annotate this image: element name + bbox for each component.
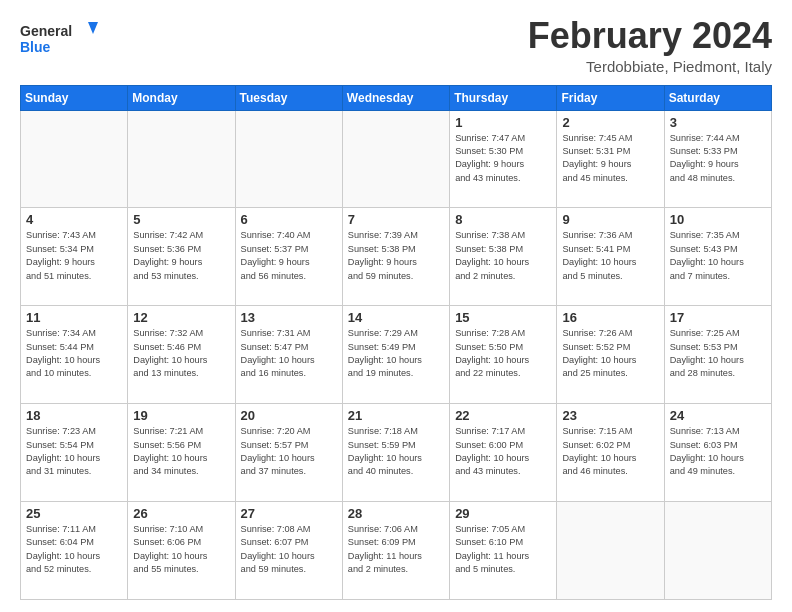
day-number: 24	[670, 408, 766, 423]
calendar-cell: 21Sunrise: 7:18 AM Sunset: 5:59 PM Dayli…	[342, 404, 449, 502]
calendar-cell: 13Sunrise: 7:31 AM Sunset: 5:47 PM Dayli…	[235, 306, 342, 404]
day-number: 1	[455, 115, 551, 130]
calendar-cell: 12Sunrise: 7:32 AM Sunset: 5:46 PM Dayli…	[128, 306, 235, 404]
calendar-cell: 11Sunrise: 7:34 AM Sunset: 5:44 PM Dayli…	[21, 306, 128, 404]
day-info: Sunrise: 7:42 AM Sunset: 5:36 PM Dayligh…	[133, 229, 229, 282]
calendar-cell: 17Sunrise: 7:25 AM Sunset: 5:53 PM Dayli…	[664, 306, 771, 404]
col-monday: Monday	[128, 85, 235, 110]
day-info: Sunrise: 7:35 AM Sunset: 5:43 PM Dayligh…	[670, 229, 766, 282]
calendar-cell: 19Sunrise: 7:21 AM Sunset: 5:56 PM Dayli…	[128, 404, 235, 502]
calendar-cell	[664, 502, 771, 600]
calendar-cell	[342, 110, 449, 208]
day-info: Sunrise: 7:10 AM Sunset: 6:06 PM Dayligh…	[133, 523, 229, 576]
day-info: Sunrise: 7:47 AM Sunset: 5:30 PM Dayligh…	[455, 132, 551, 185]
day-number: 21	[348, 408, 444, 423]
page: General Blue February 2024 Terdobbiate, …	[0, 0, 792, 612]
calendar-cell: 5Sunrise: 7:42 AM Sunset: 5:36 PM Daylig…	[128, 208, 235, 306]
day-number: 11	[26, 310, 122, 325]
calendar-cell: 20Sunrise: 7:20 AM Sunset: 5:57 PM Dayli…	[235, 404, 342, 502]
calendar-subtitle: Terdobbiate, Piedmont, Italy	[528, 58, 772, 75]
calendar-cell: 24Sunrise: 7:13 AM Sunset: 6:03 PM Dayli…	[664, 404, 771, 502]
day-info: Sunrise: 7:31 AM Sunset: 5:47 PM Dayligh…	[241, 327, 337, 380]
day-number: 25	[26, 506, 122, 521]
day-number: 29	[455, 506, 551, 521]
col-thursday: Thursday	[450, 85, 557, 110]
week-row-5: 25Sunrise: 7:11 AM Sunset: 6:04 PM Dayli…	[21, 502, 772, 600]
day-info: Sunrise: 7:44 AM Sunset: 5:33 PM Dayligh…	[670, 132, 766, 185]
calendar-cell	[557, 502, 664, 600]
svg-marker-2	[88, 22, 98, 34]
calendar-cell: 10Sunrise: 7:35 AM Sunset: 5:43 PM Dayli…	[664, 208, 771, 306]
day-number: 20	[241, 408, 337, 423]
calendar-cell: 22Sunrise: 7:17 AM Sunset: 6:00 PM Dayli…	[450, 404, 557, 502]
calendar-cell: 23Sunrise: 7:15 AM Sunset: 6:02 PM Dayli…	[557, 404, 664, 502]
day-number: 15	[455, 310, 551, 325]
day-info: Sunrise: 7:39 AM Sunset: 5:38 PM Dayligh…	[348, 229, 444, 282]
day-info: Sunrise: 7:21 AM Sunset: 5:56 PM Dayligh…	[133, 425, 229, 478]
calendar-cell: 25Sunrise: 7:11 AM Sunset: 6:04 PM Dayli…	[21, 502, 128, 600]
svg-text:General: General	[20, 23, 72, 39]
week-row-3: 11Sunrise: 7:34 AM Sunset: 5:44 PM Dayli…	[21, 306, 772, 404]
col-sunday: Sunday	[21, 85, 128, 110]
day-number: 4	[26, 212, 122, 227]
day-number: 18	[26, 408, 122, 423]
day-number: 28	[348, 506, 444, 521]
day-number: 5	[133, 212, 229, 227]
calendar-cell: 14Sunrise: 7:29 AM Sunset: 5:49 PM Dayli…	[342, 306, 449, 404]
calendar-cell	[235, 110, 342, 208]
day-info: Sunrise: 7:43 AM Sunset: 5:34 PM Dayligh…	[26, 229, 122, 282]
calendar-cell: 9Sunrise: 7:36 AM Sunset: 5:41 PM Daylig…	[557, 208, 664, 306]
day-number: 27	[241, 506, 337, 521]
calendar-cell	[21, 110, 128, 208]
day-info: Sunrise: 7:23 AM Sunset: 5:54 PM Dayligh…	[26, 425, 122, 478]
calendar-header-row: Sunday Monday Tuesday Wednesday Thursday…	[21, 85, 772, 110]
day-info: Sunrise: 7:15 AM Sunset: 6:02 PM Dayligh…	[562, 425, 658, 478]
calendar-cell: 2Sunrise: 7:45 AM Sunset: 5:31 PM Daylig…	[557, 110, 664, 208]
day-info: Sunrise: 7:29 AM Sunset: 5:49 PM Dayligh…	[348, 327, 444, 380]
day-info: Sunrise: 7:20 AM Sunset: 5:57 PM Dayligh…	[241, 425, 337, 478]
day-number: 23	[562, 408, 658, 423]
week-row-1: 1Sunrise: 7:47 AM Sunset: 5:30 PM Daylig…	[21, 110, 772, 208]
day-info: Sunrise: 7:34 AM Sunset: 5:44 PM Dayligh…	[26, 327, 122, 380]
day-info: Sunrise: 7:26 AM Sunset: 5:52 PM Dayligh…	[562, 327, 658, 380]
week-row-2: 4Sunrise: 7:43 AM Sunset: 5:34 PM Daylig…	[21, 208, 772, 306]
day-info: Sunrise: 7:06 AM Sunset: 6:09 PM Dayligh…	[348, 523, 444, 576]
day-info: Sunrise: 7:18 AM Sunset: 5:59 PM Dayligh…	[348, 425, 444, 478]
day-info: Sunrise: 7:36 AM Sunset: 5:41 PM Dayligh…	[562, 229, 658, 282]
calendar-cell: 1Sunrise: 7:47 AM Sunset: 5:30 PM Daylig…	[450, 110, 557, 208]
calendar-cell: 4Sunrise: 7:43 AM Sunset: 5:34 PM Daylig…	[21, 208, 128, 306]
logo-svg: General Blue	[20, 20, 100, 58]
calendar-cell: 8Sunrise: 7:38 AM Sunset: 5:38 PM Daylig…	[450, 208, 557, 306]
day-number: 13	[241, 310, 337, 325]
day-number: 12	[133, 310, 229, 325]
calendar-cell: 15Sunrise: 7:28 AM Sunset: 5:50 PM Dayli…	[450, 306, 557, 404]
calendar-title: February 2024	[528, 16, 772, 56]
day-info: Sunrise: 7:05 AM Sunset: 6:10 PM Dayligh…	[455, 523, 551, 576]
week-row-4: 18Sunrise: 7:23 AM Sunset: 5:54 PM Dayli…	[21, 404, 772, 502]
day-number: 10	[670, 212, 766, 227]
calendar-table: Sunday Monday Tuesday Wednesday Thursday…	[20, 85, 772, 600]
day-number: 14	[348, 310, 444, 325]
day-number: 19	[133, 408, 229, 423]
calendar-cell: 6Sunrise: 7:40 AM Sunset: 5:37 PM Daylig…	[235, 208, 342, 306]
col-saturday: Saturday	[664, 85, 771, 110]
day-info: Sunrise: 7:11 AM Sunset: 6:04 PM Dayligh…	[26, 523, 122, 576]
day-info: Sunrise: 7:25 AM Sunset: 5:53 PM Dayligh…	[670, 327, 766, 380]
day-number: 9	[562, 212, 658, 227]
day-number: 17	[670, 310, 766, 325]
calendar-cell: 29Sunrise: 7:05 AM Sunset: 6:10 PM Dayli…	[450, 502, 557, 600]
day-info: Sunrise: 7:32 AM Sunset: 5:46 PM Dayligh…	[133, 327, 229, 380]
calendar-cell: 18Sunrise: 7:23 AM Sunset: 5:54 PM Dayli…	[21, 404, 128, 502]
day-number: 22	[455, 408, 551, 423]
day-info: Sunrise: 7:08 AM Sunset: 6:07 PM Dayligh…	[241, 523, 337, 576]
day-info: Sunrise: 7:45 AM Sunset: 5:31 PM Dayligh…	[562, 132, 658, 185]
day-number: 8	[455, 212, 551, 227]
col-friday: Friday	[557, 85, 664, 110]
logo: General Blue	[20, 20, 100, 58]
day-info: Sunrise: 7:17 AM Sunset: 6:00 PM Dayligh…	[455, 425, 551, 478]
day-info: Sunrise: 7:38 AM Sunset: 5:38 PM Dayligh…	[455, 229, 551, 282]
calendar-cell: 28Sunrise: 7:06 AM Sunset: 6:09 PM Dayli…	[342, 502, 449, 600]
calendar-cell: 3Sunrise: 7:44 AM Sunset: 5:33 PM Daylig…	[664, 110, 771, 208]
day-number: 7	[348, 212, 444, 227]
day-number: 6	[241, 212, 337, 227]
